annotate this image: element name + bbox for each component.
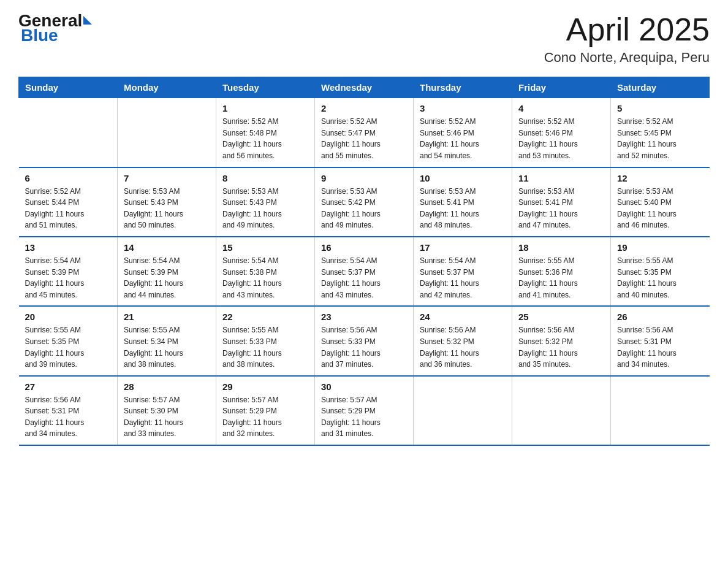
- day-number: 18: [518, 242, 604, 253]
- day-number: 8: [222, 173, 308, 183]
- day-number: 30: [321, 381, 407, 392]
- day-info: Sunrise: 5:55 AMSunset: 5:35 PMDaylight:…: [25, 324, 112, 370]
- location-title: Cono Norte, Arequipa, Peru: [544, 50, 710, 66]
- day-info: Sunrise: 5:54 AMSunset: 5:38 PMDaylight:…: [222, 255, 308, 301]
- calendar-cell: 19Sunrise: 5:55 AMSunset: 5:35 PMDayligh…: [611, 237, 710, 306]
- day-number: 14: [124, 242, 210, 253]
- day-number: 3: [420, 103, 506, 113]
- day-number: 6: [25, 173, 112, 183]
- day-number: 29: [222, 381, 308, 392]
- day-info: Sunrise: 5:53 AMSunset: 5:40 PMDaylight:…: [617, 186, 703, 231]
- day-info: Sunrise: 5:55 AMSunset: 5:34 PMDaylight:…: [124, 324, 210, 370]
- calendar-cell: 18Sunrise: 5:55 AMSunset: 5:36 PMDayligh…: [512, 237, 611, 306]
- calendar-cell: 4Sunrise: 5:52 AMSunset: 5:46 PMDaylight…: [512, 98, 611, 167]
- week-row-5: 27Sunrise: 5:56 AMSunset: 5:31 PMDayligh…: [19, 376, 710, 445]
- calendar-cell: 20Sunrise: 5:55 AMSunset: 5:35 PMDayligh…: [19, 306, 118, 375]
- day-info: Sunrise: 5:53 AMSunset: 5:41 PMDaylight:…: [518, 186, 604, 231]
- week-row-1: 1Sunrise: 5:52 AMSunset: 5:48 PMDaylight…: [19, 98, 710, 167]
- day-info: Sunrise: 5:57 AMSunset: 5:29 PMDaylight:…: [222, 394, 308, 440]
- day-number: 27: [25, 381, 112, 392]
- calendar-cell: 5Sunrise: 5:52 AMSunset: 5:45 PMDaylight…: [611, 98, 710, 167]
- day-number: 12: [617, 173, 703, 183]
- day-info: Sunrise: 5:57 AMSunset: 5:29 PMDaylight:…: [321, 394, 407, 440]
- day-info: Sunrise: 5:54 AMSunset: 5:37 PMDaylight:…: [420, 255, 506, 301]
- day-number: 1: [222, 103, 308, 113]
- day-info: Sunrise: 5:55 AMSunset: 5:35 PMDaylight:…: [617, 255, 703, 301]
- week-row-4: 20Sunrise: 5:55 AMSunset: 5:35 PMDayligh…: [19, 306, 710, 375]
- logo-triangle-icon: [83, 16, 92, 25]
- day-info: Sunrise: 5:52 AMSunset: 5:44 PMDaylight:…: [25, 186, 112, 231]
- day-number: 7: [124, 173, 210, 183]
- calendar-cell: 17Sunrise: 5:54 AMSunset: 5:37 PMDayligh…: [414, 237, 512, 306]
- logo-blue-text: Blue: [21, 26, 58, 45]
- weekday-header-saturday: Saturday: [611, 77, 710, 98]
- day-info: Sunrise: 5:54 AMSunset: 5:39 PMDaylight:…: [124, 255, 210, 301]
- calendar-cell: 11Sunrise: 5:53 AMSunset: 5:41 PMDayligh…: [512, 167, 611, 237]
- day-info: Sunrise: 5:56 AMSunset: 5:32 PMDaylight:…: [518, 324, 604, 370]
- day-info: Sunrise: 5:52 AMSunset: 5:48 PMDaylight:…: [222, 116, 308, 161]
- day-info: Sunrise: 5:52 AMSunset: 5:45 PMDaylight:…: [617, 116, 703, 161]
- calendar-cell: [414, 376, 512, 445]
- month-title: April 2025: [544, 12, 710, 47]
- calendar-cell: 14Sunrise: 5:54 AMSunset: 5:39 PMDayligh…: [118, 237, 216, 306]
- weekday-header-row: SundayMondayTuesdayWednesdayThursdayFrid…: [19, 77, 710, 98]
- calendar-cell: 9Sunrise: 5:53 AMSunset: 5:42 PMDaylight…: [315, 167, 414, 237]
- day-info: Sunrise: 5:53 AMSunset: 5:41 PMDaylight:…: [420, 186, 506, 231]
- calendar-cell: 12Sunrise: 5:53 AMSunset: 5:40 PMDayligh…: [611, 167, 710, 237]
- calendar-cell: 28Sunrise: 5:57 AMSunset: 5:30 PMDayligh…: [118, 376, 216, 445]
- day-info: Sunrise: 5:54 AMSunset: 5:37 PMDaylight:…: [321, 255, 407, 301]
- weekday-header-tuesday: Tuesday: [216, 77, 315, 98]
- calendar-cell: 30Sunrise: 5:57 AMSunset: 5:29 PMDayligh…: [315, 376, 414, 445]
- calendar-cell: 26Sunrise: 5:56 AMSunset: 5:31 PMDayligh…: [611, 306, 710, 375]
- day-info: Sunrise: 5:55 AMSunset: 5:36 PMDaylight:…: [518, 255, 604, 301]
- weekday-header-monday: Monday: [118, 77, 216, 98]
- day-info: Sunrise: 5:53 AMSunset: 5:43 PMDaylight:…: [124, 186, 210, 231]
- day-info: Sunrise: 5:55 AMSunset: 5:33 PMDaylight:…: [222, 324, 308, 370]
- day-info: Sunrise: 5:52 AMSunset: 5:46 PMDaylight:…: [518, 116, 604, 161]
- day-number: 21: [124, 312, 210, 322]
- day-number: 28: [124, 381, 210, 392]
- day-info: Sunrise: 5:52 AMSunset: 5:46 PMDaylight:…: [420, 116, 506, 161]
- calendar-cell: 21Sunrise: 5:55 AMSunset: 5:34 PMDayligh…: [118, 306, 216, 375]
- day-number: 26: [617, 312, 703, 322]
- day-info: Sunrise: 5:53 AMSunset: 5:42 PMDaylight:…: [321, 186, 407, 231]
- calendar-cell: 1Sunrise: 5:52 AMSunset: 5:48 PMDaylight…: [216, 98, 315, 167]
- day-info: Sunrise: 5:54 AMSunset: 5:39 PMDaylight:…: [25, 255, 112, 301]
- day-info: Sunrise: 5:56 AMSunset: 5:33 PMDaylight:…: [321, 324, 407, 370]
- logo: General Blue: [18, 12, 92, 45]
- weekday-header-friday: Friday: [512, 77, 611, 98]
- title-block: April 2025 Cono Norte, Arequipa, Peru: [544, 12, 710, 66]
- day-number: 5: [617, 103, 703, 113]
- day-number: 25: [518, 312, 604, 322]
- day-info: Sunrise: 5:56 AMSunset: 5:32 PMDaylight:…: [420, 324, 506, 370]
- calendar-cell: [118, 98, 216, 167]
- weekday-header-sunday: Sunday: [19, 77, 118, 98]
- day-number: 10: [420, 173, 506, 183]
- calendar-cell: [611, 376, 710, 445]
- calendar-cell: 7Sunrise: 5:53 AMSunset: 5:43 PMDaylight…: [118, 167, 216, 237]
- day-number: 4: [518, 103, 604, 113]
- day-number: 20: [25, 312, 112, 322]
- page-header: General Blue April 2025 Cono Norte, Areq…: [18, 12, 710, 66]
- day-info: Sunrise: 5:57 AMSunset: 5:30 PMDaylight:…: [124, 394, 210, 440]
- calendar-cell: 10Sunrise: 5:53 AMSunset: 5:41 PMDayligh…: [414, 167, 512, 237]
- day-number: 2: [321, 103, 407, 113]
- calendar-table: SundayMondayTuesdayWednesdayThursdayFrid…: [18, 77, 710, 446]
- day-info: Sunrise: 5:52 AMSunset: 5:47 PMDaylight:…: [321, 116, 407, 161]
- day-number: 13: [25, 242, 112, 253]
- calendar-cell: 2Sunrise: 5:52 AMSunset: 5:47 PMDaylight…: [315, 98, 414, 167]
- day-number: 24: [420, 312, 506, 322]
- day-number: 15: [222, 242, 308, 253]
- day-info: Sunrise: 5:53 AMSunset: 5:43 PMDaylight:…: [222, 186, 308, 231]
- day-number: 17: [420, 242, 506, 253]
- day-number: 16: [321, 242, 407, 253]
- calendar-cell: 16Sunrise: 5:54 AMSunset: 5:37 PMDayligh…: [315, 237, 414, 306]
- week-row-2: 6Sunrise: 5:52 AMSunset: 5:44 PMDaylight…: [19, 167, 710, 237]
- day-number: 9: [321, 173, 407, 183]
- calendar-cell: [512, 376, 611, 445]
- weekday-header-wednesday: Wednesday: [315, 77, 414, 98]
- weekday-header-thursday: Thursday: [414, 77, 512, 98]
- calendar-cell: 24Sunrise: 5:56 AMSunset: 5:32 PMDayligh…: [414, 306, 512, 375]
- calendar-cell: 25Sunrise: 5:56 AMSunset: 5:32 PMDayligh…: [512, 306, 611, 375]
- day-number: 23: [321, 312, 407, 322]
